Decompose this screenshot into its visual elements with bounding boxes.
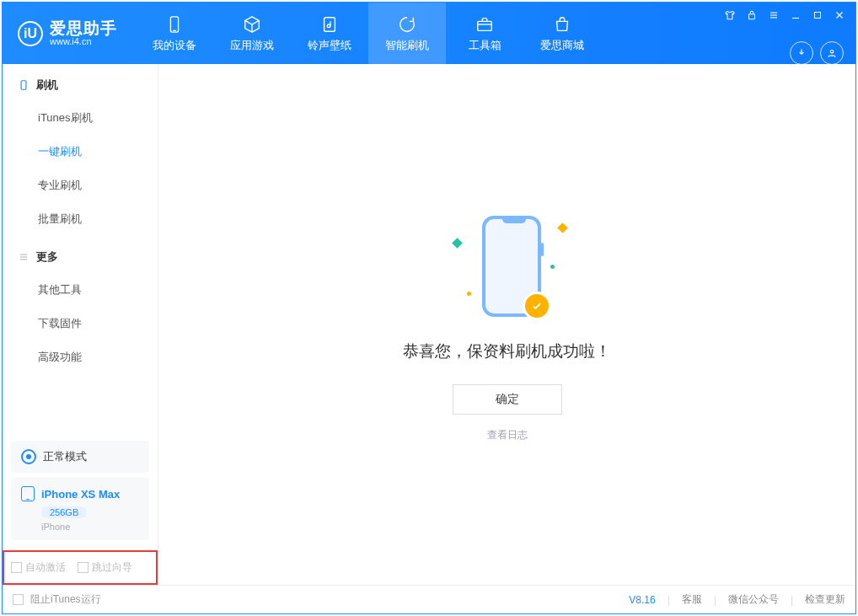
logo-icon: iU (18, 21, 43, 46)
section-title: 更多 (36, 249, 58, 265)
phone-icon (164, 14, 185, 35)
list-icon (18, 251, 29, 263)
ok-button[interactable]: 确定 (453, 384, 562, 415)
sidebar-item-download-firmware[interactable]: 下载固件 (38, 307, 158, 340)
bag-icon (552, 14, 572, 35)
success-message: 恭喜您，保资料刷机成功啦！ (403, 340, 611, 362)
footer-wechat[interactable]: 微信公众号 (728, 592, 779, 607)
cube-icon (242, 14, 262, 35)
nav-smart-flash[interactable]: 智能刷机 (368, 3, 446, 64)
top-nav: 我的设备 应用游戏 铃声壁纸 智能刷机 工具箱 爱思商城 (136, 3, 601, 64)
footer: 阻止iTunes运行 V8.16 | 客服 | 微信公众号 | 检查更新 (3, 585, 855, 613)
sidebar-item-oneclick-flash[interactable]: 一键刷机 (38, 135, 158, 169)
maximize-button[interactable] (810, 8, 825, 23)
sidebar-section-more: 更多 (3, 236, 158, 273)
svg-rect-4 (478, 21, 492, 30)
checkbox-skip-guide[interactable]: 跳过向导 (78, 560, 132, 575)
device-card[interactable]: iPhone XS Max 256GB iPhone (11, 478, 149, 540)
content: 恭喜您，保资料刷机成功啦！ 确定 查看日志 (158, 64, 855, 585)
sidebar-item-advanced[interactable]: 高级功能 (38, 340, 158, 374)
footer-update[interactable]: 检查更新 (805, 592, 845, 607)
sidebar-item-itunes-flash[interactable]: iTunes刷机 (38, 101, 158, 135)
close-button[interactable] (832, 8, 847, 23)
phone-outline-icon (18, 79, 29, 91)
highlight-options: 自动激活 跳过向导 (3, 550, 158, 585)
nav-store[interactable]: 爱思商城 (523, 3, 601, 64)
user-button[interactable] (820, 41, 844, 65)
nav-label: 工具箱 (469, 38, 501, 53)
device-icon (21, 486, 35, 501)
section-title: 刷机 (36, 78, 58, 93)
nav-label: 铃声壁纸 (308, 38, 351, 53)
mode-card[interactable]: 正常模式 (11, 441, 149, 473)
svg-rect-0 (170, 16, 178, 31)
device-type: iPhone (41, 522, 139, 532)
logo[interactable]: iU 爱思助手 www.i4.cn (3, 3, 136, 64)
svg-rect-14 (21, 81, 26, 90)
download-button[interactable] (790, 41, 813, 65)
toolbox-icon (475, 14, 495, 35)
brand-url: www.i4.cn (50, 36, 117, 46)
svg-point-3 (327, 24, 330, 28)
brand-name: 爱思助手 (50, 20, 117, 36)
tshirt-icon[interactable] (722, 8, 737, 23)
device-capacity: 256GB (41, 506, 87, 518)
sidebar: 刷机 iTunes刷机 一键刷机 专业刷机 批量刷机 更多 其他工具 下载固件 … (3, 64, 158, 585)
svg-rect-5 (749, 14, 755, 19)
minimize-button[interactable] (788, 8, 803, 23)
header: iU 爱思助手 www.i4.cn 我的设备 应用游戏 铃声壁纸 智能刷机 (3, 3, 855, 64)
svg-point-13 (830, 51, 834, 54)
svg-rect-10 (815, 13, 821, 19)
header-right (722, 3, 855, 64)
success-illustration (448, 207, 566, 325)
device-name: iPhone XS Max (41, 488, 120, 501)
sidebar-item-pro-flash[interactable]: 专业刷机 (38, 169, 158, 202)
footer-support[interactable]: 客服 (682, 592, 702, 607)
menu-icon[interactable] (766, 8, 781, 23)
nav-toolbox[interactable]: 工具箱 (446, 3, 523, 64)
nav-label: 爱思商城 (540, 38, 584, 53)
version-label: V8.16 (629, 594, 655, 606)
nav-label: 我的设备 (153, 38, 196, 53)
sidebar-item-other-tools[interactable]: 其他工具 (38, 273, 158, 307)
nav-ring-wall[interactable]: 铃声壁纸 (291, 3, 368, 64)
nav-label: 智能刷机 (385, 38, 429, 53)
logo-text: 爱思助手 www.i4.cn (50, 20, 117, 46)
checkbox-auto-activate[interactable]: 自动激活 (11, 560, 66, 575)
lock-icon[interactable] (744, 8, 759, 23)
nav-label: 应用游戏 (230, 38, 274, 53)
sidebar-section-flash: 刷机 (3, 64, 158, 101)
nav-apps-games[interactable]: 应用游戏 (213, 3, 291, 64)
music-file-icon (319, 14, 340, 35)
view-log-link[interactable]: 查看日志 (487, 428, 528, 442)
mode-label: 正常模式 (43, 449, 87, 464)
nav-my-device[interactable]: 我的设备 (136, 3, 213, 64)
refresh-shield-icon (397, 14, 417, 35)
check-badge-icon (523, 292, 551, 320)
checkbox-block-itunes[interactable]: 阻止iTunes运行 (13, 592, 101, 607)
sidebar-item-batch-flash[interactable]: 批量刷机 (38, 202, 158, 236)
mode-icon (21, 449, 36, 464)
